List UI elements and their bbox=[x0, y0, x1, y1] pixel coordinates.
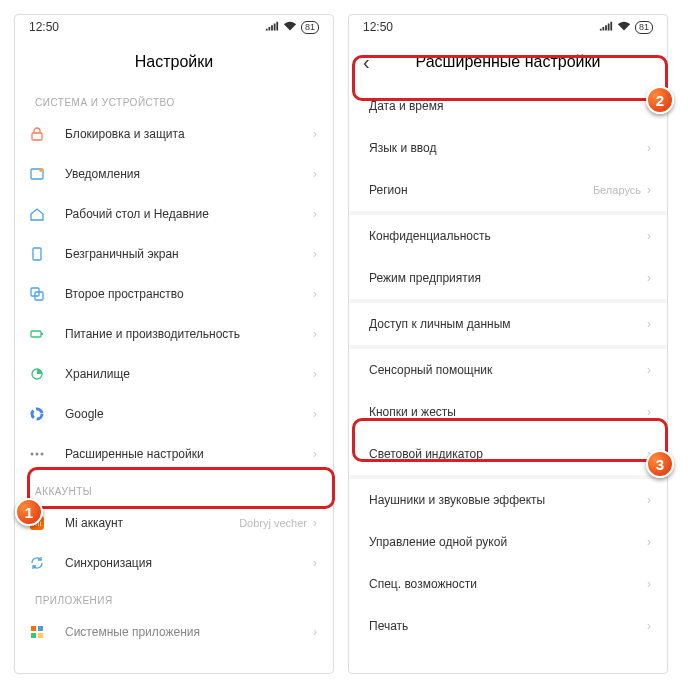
row-label: Блокировка и защита bbox=[65, 127, 313, 141]
row-label: Расширенные настройки bbox=[65, 447, 313, 461]
row-fullscreen[interactable]: Безграничный экран › bbox=[15, 234, 333, 274]
status-bar: 12:50 81 bbox=[349, 15, 667, 39]
svg-point-11 bbox=[36, 453, 39, 456]
chevron-right-icon: › bbox=[313, 407, 317, 421]
svg-rect-17 bbox=[31, 633, 36, 638]
row-notifications[interactable]: Уведомления › bbox=[15, 154, 333, 194]
chevron-right-icon: › bbox=[647, 363, 651, 377]
more-icon bbox=[29, 446, 65, 462]
row-label: Mi аккаунт bbox=[65, 516, 239, 530]
row-label: Язык и ввод bbox=[369, 141, 647, 155]
svg-point-2 bbox=[39, 168, 43, 172]
svg-rect-18 bbox=[38, 633, 43, 638]
svg-point-9 bbox=[32, 409, 42, 419]
row-label: Безграничный экран bbox=[65, 247, 313, 261]
row-sync[interactable]: Синхронизация › bbox=[15, 543, 333, 583]
row-item[interactable]: Конфиденциальность› bbox=[349, 215, 667, 257]
row-item[interactable]: Доступ к личным данным› bbox=[349, 303, 667, 345]
row-value: Беларусь bbox=[593, 184, 641, 196]
row-label: Спец. возможности bbox=[369, 577, 647, 591]
row-label: Питание и производительность bbox=[65, 327, 313, 341]
mi-icon: mi bbox=[29, 515, 65, 531]
chevron-right-icon: › bbox=[647, 447, 651, 461]
row-label: Режим предприятия bbox=[369, 271, 647, 285]
lock-icon bbox=[29, 126, 65, 142]
row-mi-account[interactable]: mi Mi аккаунт Dobryj vecher › bbox=[15, 503, 333, 543]
svg-point-10 bbox=[31, 453, 34, 456]
clock: 12:50 bbox=[29, 20, 59, 34]
battery-perf-icon bbox=[29, 326, 65, 342]
row-item[interactable]: РегионБеларусь› bbox=[349, 169, 667, 211]
back-icon[interactable]: ‹ bbox=[363, 51, 370, 74]
chevron-right-icon: › bbox=[647, 619, 651, 633]
row-item[interactable]: Дата и время› bbox=[349, 85, 667, 127]
row-item[interactable]: Наушники и звуковые эффекты› bbox=[349, 479, 667, 521]
row-item[interactable]: Язык и ввод› bbox=[349, 127, 667, 169]
row-label: Дата и время bbox=[369, 99, 647, 113]
chevron-right-icon: › bbox=[313, 625, 317, 639]
home-icon bbox=[29, 206, 65, 222]
row-item[interactable]: Сенсорный помощник› bbox=[349, 349, 667, 391]
row-item[interactable]: Режим предприятия› bbox=[349, 257, 667, 299]
chevron-right-icon: › bbox=[313, 327, 317, 341]
row-storage[interactable]: Хранилище › bbox=[15, 354, 333, 394]
row-battery-perf[interactable]: Питание и производительность › bbox=[15, 314, 333, 354]
row-label: Синхронизация bbox=[65, 556, 313, 570]
chevron-right-icon: › bbox=[647, 229, 651, 243]
title-bar: Настройки bbox=[15, 39, 333, 85]
row-system-apps[interactable]: Системные приложения › bbox=[15, 612, 333, 652]
svg-point-12 bbox=[41, 453, 44, 456]
row-second-space[interactable]: Второе пространство › bbox=[15, 274, 333, 314]
row-label: Печать bbox=[369, 619, 647, 633]
row-item[interactable]: Кнопки и жесты› bbox=[349, 391, 667, 433]
clock: 12:50 bbox=[363, 20, 393, 34]
row-label: Google bbox=[65, 407, 313, 421]
row-label: Управление одной рукой bbox=[369, 535, 647, 549]
storage-icon bbox=[29, 366, 65, 382]
row-label: Хранилище bbox=[65, 367, 313, 381]
row-label: Уведомления bbox=[65, 167, 313, 181]
row-value: Dobryj vecher bbox=[239, 517, 307, 529]
row-label: Второе пространство bbox=[65, 287, 313, 301]
chevron-right-icon: › bbox=[647, 183, 651, 197]
chevron-right-icon: › bbox=[313, 516, 317, 530]
chevron-right-icon: › bbox=[313, 167, 317, 181]
svg-rect-0 bbox=[32, 133, 42, 140]
row-item[interactable]: Печать› bbox=[349, 605, 667, 647]
chevron-right-icon: › bbox=[647, 271, 651, 285]
chevron-right-icon: › bbox=[647, 141, 651, 155]
wifi-icon bbox=[617, 20, 631, 35]
page-title: Расширенные настройки bbox=[416, 53, 601, 71]
google-icon bbox=[29, 406, 65, 422]
row-label: Наушники и звуковые эффекты bbox=[369, 493, 647, 507]
battery-icon: 81 bbox=[301, 21, 319, 34]
row-label: Системные приложения bbox=[65, 625, 313, 639]
chevron-right-icon: › bbox=[313, 287, 317, 301]
signal-icon bbox=[265, 20, 279, 35]
svg-rect-3 bbox=[33, 248, 41, 260]
row-item[interactable]: Управление одной рукой› bbox=[349, 521, 667, 563]
battery-icon: 81 bbox=[635, 21, 653, 34]
row-item[interactable]: Спец. возможности› bbox=[349, 563, 667, 605]
row-label: Доступ к личным данным bbox=[369, 317, 647, 331]
row-lock[interactable]: Блокировка и защита › bbox=[15, 114, 333, 154]
row-advanced[interactable]: Расширенные настройки › bbox=[15, 434, 333, 474]
row-item[interactable]: Световой индикатор› bbox=[349, 433, 667, 475]
section-accounts: АККАУНТЫ bbox=[15, 474, 333, 503]
row-label: Сенсорный помощник bbox=[369, 363, 647, 377]
row-label: Рабочий стол и Недавние bbox=[65, 207, 313, 221]
row-home[interactable]: Рабочий стол и Недавние › bbox=[15, 194, 333, 234]
title-bar: ‹ Расширенные настройки bbox=[349, 39, 667, 85]
apps-icon bbox=[29, 624, 65, 640]
chevron-right-icon: › bbox=[313, 247, 317, 261]
wifi-icon bbox=[283, 20, 297, 35]
svg-rect-7 bbox=[41, 333, 43, 335]
row-label: Регион bbox=[369, 183, 593, 197]
row-google[interactable]: Google › bbox=[15, 394, 333, 434]
chevron-right-icon: › bbox=[313, 556, 317, 570]
page-title: Настройки bbox=[135, 53, 213, 71]
chevron-right-icon: › bbox=[647, 99, 651, 113]
svg-rect-6 bbox=[31, 331, 41, 337]
phone-advanced: 12:50 81 ‹ Расширенные настройки Дата и … bbox=[348, 14, 668, 674]
second-space-icon bbox=[29, 286, 65, 302]
